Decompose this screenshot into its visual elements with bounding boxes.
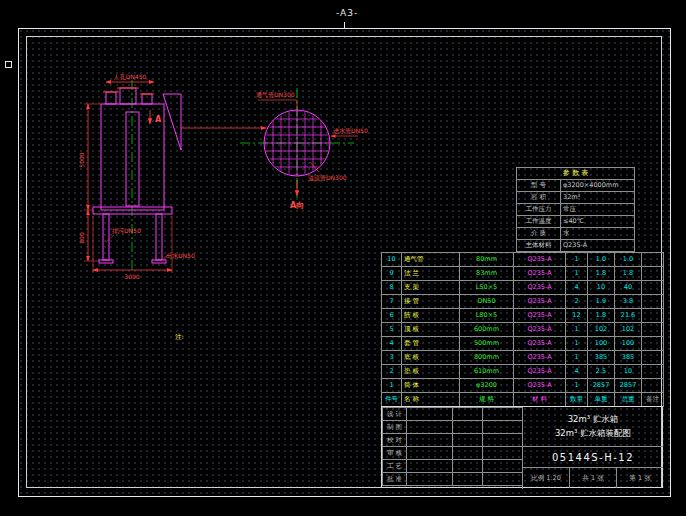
drawing-title: 32m³ 贮水箱 32m³ 贮水箱装配图 xyxy=(523,407,663,447)
bom-item-qty: 1 xyxy=(566,351,588,365)
bom-item-unit-weight: 2857 xyxy=(588,379,615,393)
bom-item-name: 底 板 xyxy=(402,351,460,365)
title-block-footer: 比例 1:20 共 1 张 第 1 张 xyxy=(523,468,663,488)
note-line xyxy=(175,372,390,386)
height-dimension: 5000 xyxy=(78,152,85,167)
title-block: 设 计 制 图 校 对 审 核 工 艺 批 准 32m³ 贮水箱 32m³ 贮水… xyxy=(381,406,663,488)
notes-title: 注: xyxy=(175,330,390,344)
internal-pipe xyxy=(126,112,139,206)
section-letter: A xyxy=(155,115,162,124)
param-value: 水 xyxy=(561,228,635,240)
bom-item-total-weight: 100 xyxy=(615,337,642,351)
bom-item-spec: L80×5 xyxy=(460,309,514,323)
bom-item-total-weight: 1.0 xyxy=(615,253,642,267)
parameter-table-title: 参 数 表 xyxy=(517,168,635,180)
bom-item-name: 法 兰 xyxy=(402,267,460,281)
bom-item-remark xyxy=(642,323,664,337)
bom-item-total-weight: 21.6 xyxy=(615,309,642,323)
bom-item-no: 6 xyxy=(382,309,402,323)
signature-row: 校 对 xyxy=(383,434,523,447)
bom-item-remark xyxy=(642,379,664,393)
top-center-tick xyxy=(344,22,345,29)
bom-item-name: 支 架 xyxy=(402,281,460,295)
param-label: 容 积 xyxy=(517,192,561,204)
right-base-plate xyxy=(152,260,166,263)
bom-row: 9 法 兰 83mm Q235-A 1 1.8 1.8 xyxy=(382,267,664,281)
param-label: 型 号 xyxy=(517,180,561,192)
signature-label: 校 对 xyxy=(383,434,407,447)
bom-item-total-weight: 40 xyxy=(615,281,642,295)
bom-item-no: 9 xyxy=(382,267,402,281)
bom-item-spec: 83mm xyxy=(460,267,514,281)
bom-item-name: 筋 板 xyxy=(402,309,460,323)
drain-leader xyxy=(106,235,114,242)
bom-item-spec: 600mm xyxy=(460,323,514,337)
param-label: 主体材料 xyxy=(517,240,561,252)
bom-item-material: Q235-A xyxy=(514,295,566,309)
bom-item-material: Q235-A xyxy=(514,323,566,337)
bom-row: 8 支 架 L50×5 Q235-A 4 10 40 xyxy=(382,281,664,295)
param-value: ≤40℃ xyxy=(561,216,635,228)
param-value: Q235-A xyxy=(561,240,635,252)
bom-item-qty: 4 xyxy=(566,365,588,379)
bom-item-unit-weight: 1.0 xyxy=(588,253,615,267)
centering-mark xyxy=(5,61,12,68)
bom-item-name: 接 管 xyxy=(402,295,460,309)
bom-item-spec: 500mm xyxy=(460,337,514,351)
bom-item-spec: φ3200 xyxy=(460,379,514,393)
bom-item-unit-weight: 385 xyxy=(588,351,615,365)
bom-row: 10 通气管 80mm Q235-A 1 1.0 1.0 xyxy=(382,253,664,267)
notes-list xyxy=(175,344,390,428)
bom-row: 6 筋 板 L80×5 Q235-A 12 1.8 21.6 xyxy=(382,309,664,323)
bom-item-no: 8 xyxy=(382,281,402,295)
signature-row: 设 计 xyxy=(383,408,523,421)
bom-item-name: 垫 板 xyxy=(402,365,460,379)
technical-notes: 注: xyxy=(175,330,390,428)
bom-item-total-weight: 385 xyxy=(615,351,642,365)
bom-item-total-weight: 102 xyxy=(615,323,642,337)
scale-field: 比例 1:20 xyxy=(523,468,570,488)
left-leg xyxy=(103,214,109,260)
span-dimension: 3000 xyxy=(124,273,139,280)
bom-item-material: Q235-A xyxy=(514,253,566,267)
inlet-callout: 进水管DN50 xyxy=(333,127,368,135)
bom-item-material: Q235-A xyxy=(514,351,566,365)
note-line xyxy=(175,358,390,372)
param-row: 介 质 水 xyxy=(517,228,635,240)
bom-item-total-weight: 3.8 xyxy=(615,295,642,309)
view-label: A向 xyxy=(290,201,304,210)
note-line xyxy=(175,400,390,414)
drain-callout: 排污DN50 xyxy=(112,227,141,234)
drawing-number: 05144S-H-12 xyxy=(523,447,663,468)
param-row: 工作压力 常压 xyxy=(517,204,635,216)
signature-row: 审 核 xyxy=(383,447,523,460)
signature-label: 审 核 xyxy=(383,447,407,460)
bom-item-qty: 1 xyxy=(566,337,588,351)
bom-item-remark xyxy=(642,309,664,323)
bom-item-qty: 12 xyxy=(566,309,588,323)
bom-row: 7 接 管 DN50 Q235-A 2 1.9 3.8 xyxy=(382,295,664,309)
drawing-title-line2: 32m³ 贮水箱装配图 xyxy=(523,426,663,440)
bom-item-material: Q235-A xyxy=(514,281,566,295)
bom-item-remark xyxy=(642,295,664,309)
bom-row: 1 筒 体 φ3200 Q235-A 1 2857 2857 xyxy=(382,379,664,393)
bom-item-no: 7 xyxy=(382,295,402,309)
bom-item-unit-weight: 1.8 xyxy=(588,309,615,323)
bom-item-material: Q235-A xyxy=(514,309,566,323)
parameter-table: 参 数 表 型 号 φ3200×4000mm 容 积 32m³ 工作压力 常压 … xyxy=(516,167,634,252)
vent-leader xyxy=(258,100,297,110)
bom-item-name: 顶 板 xyxy=(402,323,460,337)
bom-item-total-weight: 1.8 xyxy=(615,267,642,281)
manhole-callout: 人孔DN450 xyxy=(113,73,147,81)
bom-item-name: 套 管 xyxy=(402,337,460,351)
param-label: 介 质 xyxy=(517,228,561,240)
bom-item-qty: 1 xyxy=(566,379,588,393)
bom-item-no: 10 xyxy=(382,253,402,267)
outlet-callout: 出水DN50 xyxy=(166,252,195,259)
bom-item-unit-weight: 1.8 xyxy=(588,267,615,281)
signature-row: 制 图 xyxy=(383,421,523,434)
bom-item-name: 筒 体 xyxy=(402,379,460,393)
bom-item-unit-weight: 102 xyxy=(588,323,615,337)
drawing-title-line1: 32m³ 贮水箱 xyxy=(523,412,663,426)
bom-item-material: Q235-A xyxy=(514,267,566,281)
